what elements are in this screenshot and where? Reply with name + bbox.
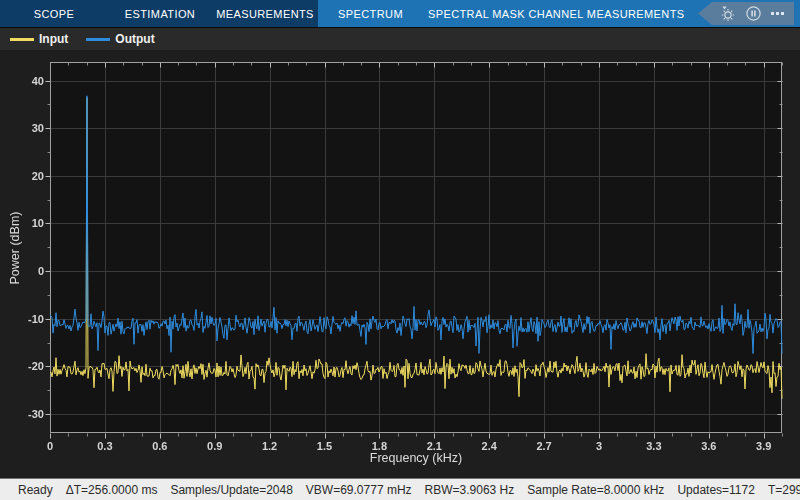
- y-tick-label: 20: [4, 169, 44, 183]
- x-tick-label: 2.4: [471, 439, 507, 453]
- x-tick-label: 3.3: [636, 439, 672, 453]
- x-tick-label: 0.6: [142, 439, 178, 453]
- output-line-swatch: [86, 38, 110, 41]
- more-options-icon[interactable]: [771, 12, 784, 15]
- tab-list: SCOPE ESTIMATION MEASUREMENTS SPECTRUM S…: [0, 0, 800, 27]
- status-rbw: RBW=3.9063 Hz: [425, 483, 515, 497]
- x-tick-label: 0.9: [197, 439, 233, 453]
- x-axis-label: Frequency (kHz): [370, 451, 462, 465]
- x-tick-label: 1.2: [252, 439, 288, 453]
- spectrum-analyzer-window: SCOPE ESTIMATION MEASUREMENTS SPECTRUM S…: [0, 0, 800, 500]
- pause-icon[interactable]: [745, 5, 762, 22]
- status-samples-per-update: Samples/Update=2048: [170, 483, 292, 497]
- x-tick-label: 3.6: [691, 439, 727, 453]
- spectrum-plot-canvas: [0, 50, 800, 478]
- toolstrip-tabbar: SCOPE ESTIMATION MEASUREMENTS SPECTRUM S…: [0, 0, 800, 27]
- tab-scope[interactable]: SCOPE: [0, 0, 108, 27]
- y-axis-label: Power (dBm): [8, 212, 22, 285]
- legend-label-input: Input: [39, 32, 68, 46]
- status-ready: Ready: [18, 483, 53, 497]
- legend-item-input[interactable]: Input: [10, 32, 68, 46]
- y-tick-label: -20: [4, 359, 44, 373]
- status-time: T=299.9040: [768, 483, 800, 497]
- legend-item-output[interactable]: Output: [86, 32, 154, 46]
- y-tick-label: 30: [4, 121, 44, 135]
- x-tick-label: 0.3: [87, 439, 123, 453]
- y-tick-label: -30: [4, 407, 44, 421]
- x-tick-label: 3: [581, 439, 617, 453]
- toolstrip-collapse-badge[interactable]: [698, 2, 794, 25]
- y-tick-label: 40: [4, 74, 44, 88]
- legend-bar: Input Output: [0, 27, 800, 50]
- tab-estimation[interactable]: ESTIMATION: [108, 0, 212, 27]
- tab-channel-measurements[interactable]: CHANNEL MEASUREMENTS: [530, 0, 683, 27]
- status-updates: Updates=1172: [677, 483, 755, 497]
- spectrum-plot-figure: 00.30.60.91.21.51.82.12.42.733.33.63.940…: [0, 50, 800, 478]
- status-delta-t: ΔT=256.0000 ms: [66, 483, 158, 497]
- input-line-swatch: [10, 38, 34, 41]
- status-vbw: VBW=69.0777 mHz: [306, 483, 412, 497]
- x-tick-label: 3.9: [746, 439, 782, 453]
- x-tick-label: 1.5: [307, 439, 343, 453]
- y-tick-label: -10: [4, 312, 44, 326]
- status-bar: Ready ΔT=256.0000 ms Samples/Update=2048…: [0, 478, 800, 500]
- status-sample-rate: Sample Rate=8.0000 kHz: [527, 483, 664, 497]
- tab-spectrum[interactable]: SPECTRUM: [318, 0, 423, 27]
- x-tick-label: 0: [32, 439, 68, 453]
- tab-measurements[interactable]: MEASUREMENTS: [212, 0, 318, 27]
- gear-badge-icon[interactable]: [719, 5, 736, 22]
- tab-spectral-mask[interactable]: SPECTRAL MASK: [423, 0, 530, 27]
- x-tick-label: 2.7: [526, 439, 562, 453]
- legend-label-output: Output: [115, 32, 154, 46]
